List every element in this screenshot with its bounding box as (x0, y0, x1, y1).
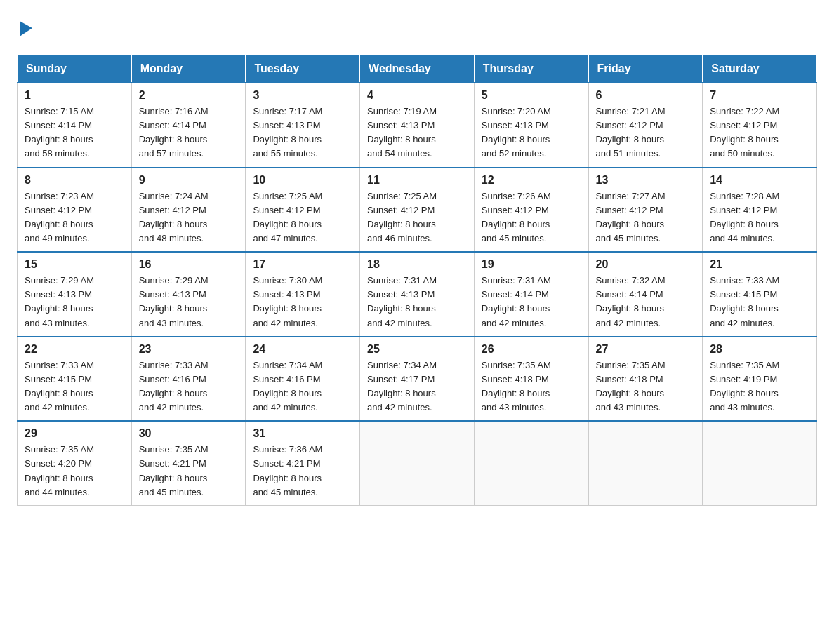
day-number: 17 (253, 258, 352, 271)
day-number: 23 (139, 343, 239, 356)
day-info: Sunrise: 7:22 AMSunset: 4:12 PMDaylight:… (710, 105, 809, 161)
day-info: Sunrise: 7:36 AMSunset: 4:21 PMDaylight:… (253, 443, 352, 499)
calendar-cell: 6 Sunrise: 7:21 AMSunset: 4:12 PMDayligh… (588, 83, 703, 168)
day-number: 28 (710, 343, 809, 356)
day-number: 30 (139, 427, 239, 440)
calendar-week-row: 1 Sunrise: 7:15 AMSunset: 4:14 PMDayligh… (18, 83, 817, 168)
day-info: Sunrise: 7:35 AMSunset: 4:18 PMDaylight:… (596, 358, 696, 415)
day-number: 10 (253, 174, 352, 187)
day-info: Sunrise: 7:25 AMSunset: 4:12 PMDaylight:… (367, 189, 467, 246)
logo-triangle-icon (18, 18, 34, 38)
calendar-cell: 23 Sunrise: 7:33 AMSunset: 4:16 PMDaylig… (131, 337, 246, 422)
day-info: Sunrise: 7:31 AMSunset: 4:14 PMDaylight:… (482, 274, 581, 330)
calendar-week-row: 22 Sunrise: 7:33 AMSunset: 4:15 PMDaylig… (18, 337, 817, 422)
col-header-sunday: Sunday (18, 55, 132, 83)
day-info: Sunrise: 7:31 AMSunset: 4:13 PMDaylight:… (367, 274, 467, 330)
calendar-cell: 13 Sunrise: 7:27 AMSunset: 4:12 PMDaylig… (588, 168, 703, 253)
col-header-monday: Monday (131, 55, 246, 83)
day-number: 24 (253, 343, 352, 356)
calendar-cell: 24 Sunrise: 7:34 AMSunset: 4:16 PMDaylig… (246, 337, 360, 422)
day-number: 2 (139, 89, 239, 102)
day-number: 3 (253, 89, 352, 102)
day-number: 4 (367, 89, 467, 102)
calendar-cell: 3 Sunrise: 7:17 AMSunset: 4:13 PMDayligh… (246, 83, 360, 168)
day-info: Sunrise: 7:35 AMSunset: 4:21 PMDaylight:… (139, 443, 239, 499)
calendar-cell: 22 Sunrise: 7:33 AMSunset: 4:15 PMDaylig… (18, 337, 132, 422)
day-info: Sunrise: 7:24 AMSunset: 4:12 PMDaylight:… (139, 189, 239, 246)
day-info: Sunrise: 7:21 AMSunset: 4:12 PMDaylight:… (596, 105, 696, 161)
day-info: Sunrise: 7:23 AMSunset: 4:12 PMDaylight:… (25, 189, 124, 246)
calendar-cell (474, 421, 588, 505)
day-info: Sunrise: 7:35 AMSunset: 4:18 PMDaylight:… (482, 358, 581, 415)
day-number: 1 (25, 89, 124, 102)
calendar-cell (703, 421, 817, 505)
day-info: Sunrise: 7:20 AMSunset: 4:13 PMDaylight:… (482, 105, 581, 161)
day-number: 22 (25, 343, 124, 356)
calendar-cell: 19 Sunrise: 7:31 AMSunset: 4:14 PMDaylig… (474, 252, 588, 337)
day-info: Sunrise: 7:34 AMSunset: 4:17 PMDaylight:… (367, 358, 467, 415)
day-number: 8 (25, 174, 124, 187)
calendar-cell: 30 Sunrise: 7:35 AMSunset: 4:21 PMDaylig… (131, 421, 246, 505)
calendar-cell: 1 Sunrise: 7:15 AMSunset: 4:14 PMDayligh… (18, 83, 132, 168)
col-header-tuesday: Tuesday (246, 55, 360, 83)
calendar-cell: 25 Sunrise: 7:34 AMSunset: 4:17 PMDaylig… (360, 337, 475, 422)
calendar-cell: 31 Sunrise: 7:36 AMSunset: 4:21 PMDaylig… (246, 421, 360, 505)
day-info: Sunrise: 7:17 AMSunset: 4:13 PMDaylight:… (253, 105, 352, 161)
calendar-week-row: 15 Sunrise: 7:29 AMSunset: 4:13 PMDaylig… (18, 252, 817, 337)
col-header-saturday: Saturday (703, 55, 817, 83)
calendar-week-row: 8 Sunrise: 7:23 AMSunset: 4:12 PMDayligh… (18, 168, 817, 253)
calendar-cell: 14 Sunrise: 7:28 AMSunset: 4:12 PMDaylig… (703, 168, 817, 253)
day-number: 9 (139, 174, 239, 187)
day-number: 13 (596, 174, 696, 187)
day-number: 19 (482, 258, 581, 271)
calendar-cell: 26 Sunrise: 7:35 AMSunset: 4:18 PMDaylig… (474, 337, 588, 422)
day-number: 5 (482, 89, 581, 102)
day-number: 31 (253, 427, 352, 440)
calendar-cell: 18 Sunrise: 7:31 AMSunset: 4:13 PMDaylig… (360, 252, 475, 337)
calendar-cell: 7 Sunrise: 7:22 AMSunset: 4:12 PMDayligh… (703, 83, 817, 168)
day-info: Sunrise: 7:19 AMSunset: 4:13 PMDaylight:… (367, 105, 467, 161)
day-info: Sunrise: 7:35 AMSunset: 4:19 PMDaylight:… (710, 358, 809, 415)
day-number: 18 (367, 258, 467, 271)
calendar-cell: 8 Sunrise: 7:23 AMSunset: 4:12 PMDayligh… (18, 168, 132, 253)
page-header (17, 17, 817, 41)
day-number: 20 (596, 258, 696, 271)
day-info: Sunrise: 7:34 AMSunset: 4:16 PMDaylight:… (253, 358, 352, 415)
day-number: 25 (367, 343, 467, 356)
day-number: 16 (139, 258, 239, 271)
calendar-cell: 2 Sunrise: 7:16 AMSunset: 4:14 PMDayligh… (131, 83, 246, 168)
logo (17, 17, 34, 41)
svg-marker-0 (20, 21, 32, 36)
calendar-cell: 11 Sunrise: 7:25 AMSunset: 4:12 PMDaylig… (360, 168, 475, 253)
calendar-cell: 28 Sunrise: 7:35 AMSunset: 4:19 PMDaylig… (703, 337, 817, 422)
day-number: 27 (596, 343, 696, 356)
calendar-cell (588, 421, 703, 505)
calendar-header-row: SundayMondayTuesdayWednesdayThursdayFrid… (18, 55, 817, 83)
day-info: Sunrise: 7:35 AMSunset: 4:20 PMDaylight:… (25, 443, 124, 499)
calendar-cell: 4 Sunrise: 7:19 AMSunset: 4:13 PMDayligh… (360, 83, 475, 168)
calendar-cell: 21 Sunrise: 7:33 AMSunset: 4:15 PMDaylig… (703, 252, 817, 337)
calendar-cell: 15 Sunrise: 7:29 AMSunset: 4:13 PMDaylig… (18, 252, 132, 337)
calendar-cell: 12 Sunrise: 7:26 AMSunset: 4:12 PMDaylig… (474, 168, 588, 253)
day-info: Sunrise: 7:28 AMSunset: 4:12 PMDaylight:… (710, 189, 809, 246)
calendar-week-row: 29 Sunrise: 7:35 AMSunset: 4:20 PMDaylig… (18, 421, 817, 505)
day-number: 12 (482, 174, 581, 187)
col-header-friday: Friday (588, 55, 703, 83)
day-info: Sunrise: 7:33 AMSunset: 4:16 PMDaylight:… (139, 358, 239, 415)
day-info: Sunrise: 7:33 AMSunset: 4:15 PMDaylight:… (25, 358, 124, 415)
day-number: 11 (367, 174, 467, 187)
day-number: 21 (710, 258, 809, 271)
day-info: Sunrise: 7:25 AMSunset: 4:12 PMDaylight:… (253, 189, 352, 246)
day-info: Sunrise: 7:29 AMSunset: 4:13 PMDaylight:… (25, 274, 124, 330)
day-info: Sunrise: 7:16 AMSunset: 4:14 PMDaylight:… (139, 105, 239, 161)
day-info: Sunrise: 7:26 AMSunset: 4:12 PMDaylight:… (482, 189, 581, 246)
day-info: Sunrise: 7:27 AMSunset: 4:12 PMDaylight:… (596, 189, 696, 246)
calendar-cell: 20 Sunrise: 7:32 AMSunset: 4:14 PMDaylig… (588, 252, 703, 337)
calendar-cell: 10 Sunrise: 7:25 AMSunset: 4:12 PMDaylig… (246, 168, 360, 253)
calendar-cell: 9 Sunrise: 7:24 AMSunset: 4:12 PMDayligh… (131, 168, 246, 253)
day-info: Sunrise: 7:29 AMSunset: 4:13 PMDaylight:… (139, 274, 239, 330)
day-number: 26 (482, 343, 581, 356)
calendar-cell: 17 Sunrise: 7:30 AMSunset: 4:13 PMDaylig… (246, 252, 360, 337)
day-number: 7 (710, 89, 809, 102)
calendar-cell: 5 Sunrise: 7:20 AMSunset: 4:13 PMDayligh… (474, 83, 588, 168)
